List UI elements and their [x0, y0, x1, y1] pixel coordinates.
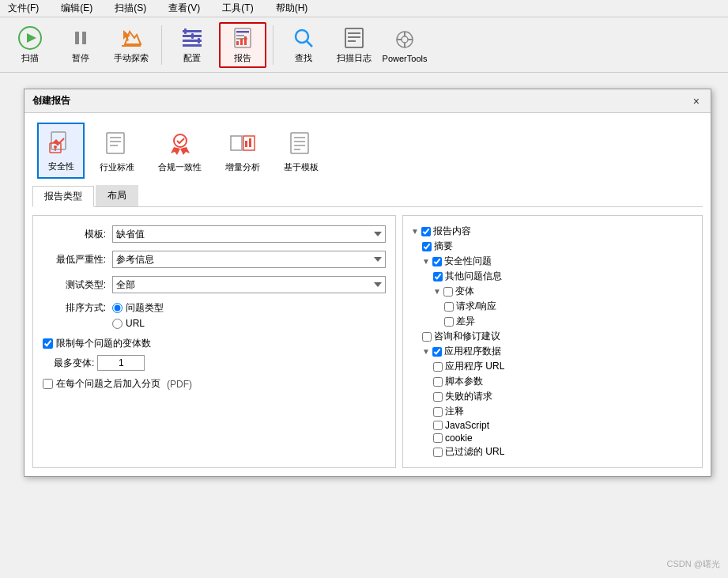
expand-arrow-security[interactable]: ▼ — [422, 257, 430, 266]
tree-cookie: cookie — [433, 432, 694, 444]
cb-request-response[interactable] — [444, 302, 454, 312]
security-tab-icon — [47, 129, 75, 157]
svg-rect-17 — [240, 39, 243, 45]
find-icon — [291, 25, 316, 51]
menubar: 文件(F) 编辑(E) 扫描(S) 查看(V) 工具(T) 帮助(H) — [0, 0, 728, 17]
dialog-titlebar: 创建报告 × — [25, 89, 711, 113]
max-variants-label: 最多变体: — [54, 357, 94, 370]
cb-report-content[interactable] — [421, 227, 431, 236]
sort-url-option[interactable]: URL — [112, 318, 145, 329]
menu-file[interactable]: 文件(F) — [3, 0, 43, 17]
svg-rect-13 — [236, 31, 249, 33]
tree-summary-label: 摘要 — [434, 240, 453, 253]
report-tab-compliance-label: 合规一致性 — [158, 161, 202, 173]
sort-url-label: URL — [126, 318, 145, 329]
sort-section: 排序方式: 问题类型 URL — [43, 301, 386, 329]
sort-issue-type-radio[interactable] — [112, 303, 123, 313]
form-right-panel: ▼ 报告内容 摘要 ▼ 安全性问题 其他问题信息 — [402, 215, 703, 468]
template-row: 模板: 缺省值 — [43, 225, 386, 243]
severity-select[interactable]: 参考信息 — [112, 251, 386, 268]
standard-tab-icon — [103, 130, 131, 158]
svg-rect-9 — [184, 28, 187, 34]
inner-tabs: 报告类型 布局 — [32, 185, 703, 207]
cb-app-url[interactable] — [433, 362, 443, 372]
limit-variants-label: 限制每个问题的变体数 — [56, 337, 151, 350]
sort-issue-type-label: 问题类型 — [126, 301, 164, 315]
tree-security-issues-label: 安全性问题 — [444, 255, 492, 268]
template-label: 模板: — [43, 228, 106, 241]
limit-variants-checkbox[interactable] — [43, 338, 53, 349]
report-tab-template[interactable]: 基于模板 — [275, 124, 327, 179]
menu-view[interactable]: 查看(V) — [164, 0, 205, 17]
toolbar-find-button[interactable]: 查找 — [280, 22, 327, 68]
svg-rect-31 — [51, 132, 66, 149]
delta-tab-icon — [228, 130, 257, 158]
watermark: CSDN @曙光 — [667, 558, 720, 570]
create-report-dialog: 创建报告 × 安全性 — [24, 89, 711, 477]
tree-comments: 注释 — [433, 404, 694, 419]
menu-edit[interactable]: 编辑(E) — [56, 0, 97, 17]
expand-arrow-report[interactable]: ▼ — [411, 227, 419, 236]
add-pagebreak-checkbox[interactable] — [43, 379, 53, 389]
cb-summary[interactable] — [422, 242, 432, 251]
toolbar-report-button[interactable]: 报告 — [219, 22, 266, 68]
tree-variants-label: 变体 — [455, 285, 474, 298]
report-tab-delta-label: 增量分析 — [225, 161, 260, 173]
add-pagebreak-row: 在每个问题之后加入分页 (PDF) — [43, 377, 386, 391]
cb-diff[interactable] — [444, 317, 454, 327]
toolbar-powertools-button[interactable]: PowerTools — [381, 22, 428, 68]
cb-script-params[interactable] — [433, 377, 443, 387]
report-tab-security[interactable]: 安全性 — [37, 123, 85, 179]
toolbar-manual-button[interactable]: 手动探索 — [108, 22, 155, 68]
expand-arrow-variants[interactable]: ▼ — [433, 287, 441, 296]
close-button[interactable]: × — [690, 95, 703, 108]
menu-scan[interactable]: 扫描(S) — [110, 0, 151, 17]
report-tab-standard[interactable]: 行业标准 — [91, 124, 143, 179]
toolbar-log-label: 扫描日志 — [337, 52, 372, 64]
sort-issue-type-option[interactable]: 问题类型 — [112, 301, 164, 315]
svg-rect-14 — [236, 35, 244, 36]
cb-security-issues[interactable] — [432, 257, 442, 266]
toolbar-pause-button[interactable]: 暂停 — [57, 22, 104, 68]
tree-request-response-label: 请求/响应 — [456, 300, 496, 313]
form-left-panel: 模板: 缺省值 最低严重性: 参考信息 测试类型: 全部 — [32, 215, 396, 468]
tree-other-issue: 其他问题信息 — [433, 269, 694, 284]
toolbar-config-button[interactable]: 配置 — [168, 22, 216, 68]
svg-line-20 — [307, 41, 312, 47]
cb-app-data[interactable] — [432, 347, 442, 357]
svg-rect-10 — [191, 33, 194, 39]
cb-cookie[interactable] — [433, 433, 443, 443]
menu-help[interactable]: 帮助(H) — [271, 0, 313, 17]
sort-url-radio[interactable] — [112, 319, 123, 329]
expand-arrow-app-data[interactable]: ▼ — [422, 347, 430, 356]
toolbar-sep1 — [161, 25, 162, 65]
tree-filtered-url-label: 已过滤的 URL — [445, 445, 504, 459]
toolbar-scan-label: 扫描 — [21, 52, 39, 64]
toolbar-log-button[interactable]: 扫描日志 — [330, 22, 378, 68]
cb-advisory[interactable] — [422, 332, 432, 342]
cb-comments[interactable] — [433, 407, 443, 417]
max-variants-row: 最多变体: — [54, 355, 386, 371]
template-select[interactable]: 缺省值 — [112, 225, 386, 243]
svg-rect-40 — [231, 136, 242, 150]
report-tab-compliance[interactable]: 合规一致性 — [149, 124, 210, 179]
report-tab-delta[interactable]: 增量分析 — [217, 124, 269, 179]
tree-app-data-label: 应用程序数据 — [444, 345, 501, 358]
toolbar-scan-button[interactable]: 扫描 — [6, 22, 54, 68]
tree-cookie-label: cookie — [445, 433, 473, 444]
test-type-row: 测试类型: 全部 — [43, 276, 386, 293]
tree-app-url-label: 应用程序 URL — [445, 360, 504, 373]
tree-failed-requests: 失败的请求 — [433, 389, 694, 404]
max-variants-input[interactable] — [97, 355, 145, 371]
test-type-select[interactable]: 全部 — [112, 276, 386, 293]
cb-filtered-url[interactable] — [433, 448, 443, 457]
test-type-label: 测试类型: — [43, 278, 106, 292]
cb-other-issue[interactable] — [433, 272, 443, 281]
cb-javascript[interactable] — [433, 421, 443, 430]
cb-failed-requests[interactable] — [433, 392, 443, 402]
cb-variants[interactable] — [443, 287, 453, 297]
inner-tab-type[interactable]: 报告类型 — [32, 186, 94, 207]
tree-filtered-url: 已过滤的 URL — [433, 444, 694, 459]
menu-tools[interactable]: 工具(T) — [217, 0, 258, 17]
inner-tab-layout[interactable]: 布局 — [96, 185, 138, 206]
